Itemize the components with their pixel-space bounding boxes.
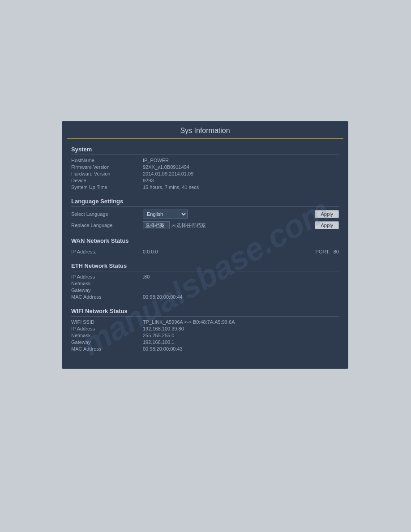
- eth-ip-row: IP Address :80: [71, 274, 339, 279]
- wifi-gateway-label: Gateway: [71, 339, 143, 345]
- eth-ip-label: IP Address: [71, 274, 143, 279]
- firmware-value: 92XX_v1.0B0911494: [143, 164, 189, 170]
- hostname-value: IP_POWER: [143, 158, 169, 163]
- wifi-section: WIFI Network Status WIFI SSID TP_LINK_A5…: [71, 308, 339, 352]
- wifi-mac-value: 00:98:20:00:00:43: [143, 346, 183, 352]
- replace-language-label: Replace Language: [71, 223, 143, 228]
- wan-ip-row: IP Address: 0.0.0.0 PORT: 80: [71, 249, 339, 254]
- replace-language-text: 未选择任何档案: [171, 222, 206, 229]
- wifi-ssid-row: WIFI SSID TP_LINK_A5996A <-> B0:48:7A:A5…: [71, 319, 339, 325]
- wifi-netmask-label: Netmask: [71, 333, 143, 338]
- wifi-ssid-value: TP_LINK_A5996A <-> B0:48:7A:A5:99:6A: [143, 319, 235, 325]
- wifi-ip-value: 192.168.100.39:80: [143, 326, 184, 331]
- apply-replace-button[interactable]: Apply: [315, 221, 339, 229]
- eth-gateway-row: Gateway: [71, 287, 339, 293]
- wifi-mac-label: MAC Address: [71, 346, 143, 352]
- device-label: Device: [71, 178, 143, 183]
- wan-ip-value: 0.0.0.0: [143, 249, 289, 254]
- wifi-ip-row: IP Address 192.168.100.39:80: [71, 326, 339, 331]
- page-title: Sys Information: [67, 121, 343, 139]
- firmware-row: Firmware Version 92XX_v1.0B0911494: [71, 164, 339, 170]
- language-section: Language Settings Select Language Englis…: [71, 198, 339, 229]
- language-section-title: Language Settings: [71, 198, 339, 207]
- replace-language-input[interactable]: [143, 221, 170, 229]
- eth-ip-value: :80: [143, 274, 150, 279]
- select-language-label: Select Language: [71, 211, 143, 217]
- wan-port-area: PORT: 80: [316, 249, 339, 254]
- wan-ip-label: IP Address:: [71, 249, 143, 254]
- wifi-ip-label: IP Address: [71, 326, 143, 331]
- language-select[interactable]: English Chinese Japanese: [143, 210, 188, 219]
- hardware-label: Hardware Version: [71, 171, 143, 176]
- wifi-section-title: WIFI Network Status: [71, 308, 339, 317]
- wan-section: WAN Network Status IP Address: 0.0.0.0 P…: [71, 237, 339, 254]
- hostname-row: HostName IP_POWER: [71, 158, 339, 163]
- eth-gateway-label: Gateway: [71, 287, 143, 293]
- select-language-row: Select Language English Chinese Japanese…: [71, 210, 339, 219]
- hardware-value: 2014.01.09,2014.01.09: [143, 171, 193, 176]
- wifi-mac-row: MAC Address 00:98:20:00:00:43: [71, 346, 339, 352]
- hardware-row: Hardware Version 2014.01.09,2014.01.09: [71, 171, 339, 176]
- main-panel: Sys Information System HostName IP_POWER…: [62, 121, 348, 369]
- system-section-title: System: [71, 146, 339, 155]
- uptime-label: System Up Time: [71, 184, 143, 190]
- replace-language-row: Replace Language 未选择任何档案 Apply: [71, 221, 339, 229]
- system-section: System HostName IP_POWER Firmware Versio…: [71, 146, 339, 190]
- wifi-gateway-value: 192.168.100.1: [143, 339, 174, 345]
- wifi-ssid-label: WIFI SSID: [71, 319, 143, 325]
- uptime-value: 15 hours, 7 mins, 41 secs: [143, 184, 199, 190]
- eth-netmask-row: Netmask: [71, 281, 339, 286]
- apply-language-button[interactable]: Apply: [315, 210, 339, 218]
- hostname-label: HostName: [71, 158, 143, 163]
- eth-netmask-label: Netmask: [71, 281, 143, 286]
- wan-section-title: WAN Network Status: [71, 237, 339, 246]
- eth-section: ETH Network Status IP Address :80 Netmas…: [71, 262, 339, 300]
- uptime-row: System Up Time 15 hours, 7 mins, 41 secs: [71, 184, 339, 190]
- eth-mac-label: MAC Address: [71, 294, 143, 300]
- wifi-netmask-row: Netmask 255.255.255.0: [71, 333, 339, 338]
- content-area: System HostName IP_POWER Firmware Versio…: [62, 146, 348, 352]
- wifi-netmask-value: 255.255.255.0: [143, 333, 174, 338]
- wan-port-label: PORT:: [316, 249, 330, 254]
- device-row: Device 9293: [71, 178, 339, 183]
- wan-port-value: 80: [334, 249, 339, 254]
- device-value: 9293: [143, 178, 154, 183]
- eth-section-title: ETH Network Status: [71, 262, 339, 271]
- eth-mac-value: 00:98:20:00:00:44: [143, 294, 183, 300]
- eth-mac-row: MAC Address 00:98:20:00:00:44: [71, 294, 339, 300]
- firmware-label: Firmware Version: [71, 164, 143, 170]
- wifi-gateway-row: Gateway 192.168.100.1: [71, 339, 339, 345]
